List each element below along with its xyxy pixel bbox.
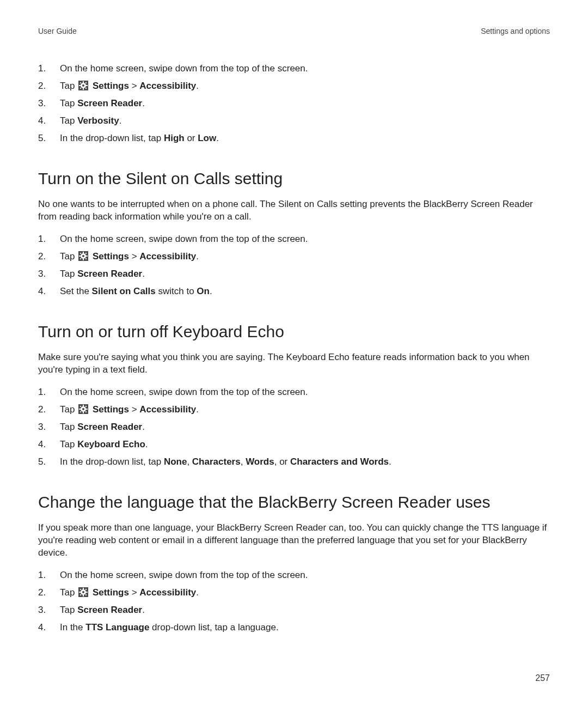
svg-rect-34: [86, 592, 88, 593]
step-text: On the home screen, swipe down from the …: [60, 63, 308, 74]
page-header: User Guide Settings and options: [38, 26, 550, 36]
svg-rect-7: [80, 87, 82, 89]
svg-rect-38: [85, 594, 87, 596]
gear-icon: [78, 404, 88, 414]
svg-rect-17: [80, 258, 82, 259]
step-text: On the home screen, swipe down from the …: [60, 570, 308, 580]
step-item: On the home screen, swipe down from the …: [38, 386, 550, 399]
step-item: Tap Settings > Accessibility.: [38, 404, 550, 416]
svg-point-9: [82, 84, 84, 87]
step-item: Tap Screen Reader.: [38, 604, 550, 617]
page: User Guide Settings and options On the h…: [0, 0, 588, 706]
step-item: Tap Screen Reader.: [38, 268, 550, 281]
step-text: Tap Screen Reader.: [60, 422, 145, 432]
svg-rect-24: [86, 409, 88, 410]
step-item: Tap Settings > Accessibility.: [38, 80, 550, 93]
step-item: Tap Verbosity.: [38, 115, 550, 127]
steps-keyboard-echo: On the home screen, swipe down from the …: [38, 386, 550, 468]
step-text: On the home screen, swipe down from the …: [60, 387, 308, 397]
step-text: Tap Screen Reader.: [60, 269, 145, 279]
step-item: In the drop-down list, tap None, Charact…: [38, 456, 550, 468]
svg-rect-32: [83, 595, 84, 597]
step-item: On the home screen, swipe down from the …: [38, 63, 550, 75]
svg-rect-8: [85, 87, 87, 89]
svg-rect-27: [80, 411, 82, 413]
svg-rect-15: [80, 252, 82, 254]
svg-rect-16: [85, 252, 87, 254]
svg-rect-36: [85, 589, 87, 591]
step-item: Tap Keyboard Echo.: [38, 439, 550, 451]
step-text: Tap Settings > Accessibility.: [60, 587, 199, 598]
step-item: Tap Screen Reader.: [38, 98, 550, 110]
svg-point-29: [82, 408, 84, 410]
heading-keyboard-echo: Turn on or turn off Keyboard Echo: [38, 321, 550, 343]
step-text: Tap Settings > Accessibility.: [60, 251, 199, 261]
step-text: In the drop-down list, tap High or Low.: [60, 133, 219, 143]
step-text: Tap Screen Reader.: [60, 605, 145, 615]
step-item: Tap Screen Reader.: [38, 421, 550, 434]
svg-rect-4: [86, 85, 88, 86]
step-item: Set the Silent on Calls switch to On.: [38, 285, 550, 298]
gear-icon: [78, 251, 88, 261]
svg-rect-26: [85, 406, 87, 407]
svg-rect-37: [80, 594, 82, 596]
steps-verbosity: On the home screen, swipe down from the …: [38, 63, 550, 145]
para-keyboard-echo: Make sure you're saying what you think y…: [38, 351, 550, 376]
page-number: 257: [535, 672, 550, 684]
svg-rect-25: [80, 406, 82, 407]
svg-point-19: [82, 255, 84, 257]
step-item: In the drop-down list, tap High or Low.: [38, 132, 550, 145]
svg-point-39: [82, 591, 84, 593]
svg-rect-6: [85, 82, 87, 83]
svg-rect-33: [79, 592, 81, 593]
gear-icon: [78, 81, 88, 90]
heading-tts-language: Change the language that the BlackBerry …: [38, 491, 550, 514]
gear-icon: [78, 587, 88, 597]
step-text: Tap Keyboard Echo.: [60, 439, 148, 449]
svg-rect-11: [83, 252, 84, 253]
step-text: In the drop-down list, tap None, Charact…: [60, 457, 391, 467]
svg-rect-22: [83, 412, 84, 413]
heading-silent-on-calls: Turn on the Silent on Calls setting: [38, 168, 550, 190]
svg-rect-21: [83, 405, 84, 406]
step-item: On the home screen, swipe down from the …: [38, 569, 550, 582]
step-item: On the home screen, swipe down from the …: [38, 233, 550, 246]
svg-rect-5: [80, 82, 82, 83]
step-item: Tap Settings > Accessibility.: [38, 587, 550, 599]
step-text: Tap Settings > Accessibility.: [60, 404, 199, 415]
svg-rect-28: [85, 411, 87, 413]
para-tts-language: If you speak more than one language, you…: [38, 522, 550, 559]
svg-rect-31: [83, 588, 84, 589]
steps-silent-on-calls: On the home screen, swipe down from the …: [38, 233, 550, 298]
svg-rect-13: [79, 255, 81, 257]
svg-rect-14: [86, 255, 88, 257]
svg-rect-18: [85, 258, 87, 259]
svg-rect-35: [80, 589, 82, 591]
svg-rect-2: [83, 88, 84, 90]
step-text: On the home screen, swipe down from the …: [60, 234, 308, 244]
step-text: Tap Verbosity.: [60, 115, 121, 126]
svg-rect-3: [79, 85, 81, 86]
step-item: In the TTS Language drop-down list, tap …: [38, 622, 550, 634]
step-text: Set the Silent on Calls switch to On.: [60, 286, 212, 296]
header-left: User Guide: [38, 26, 77, 36]
steps-tts-language: On the home screen, swipe down from the …: [38, 569, 550, 634]
svg-rect-1: [83, 81, 84, 83]
step-text: In the TTS Language drop-down list, tap …: [60, 622, 279, 632]
para-silent-on-calls: No one wants to be interrupted when on a…: [38, 198, 550, 223]
svg-rect-23: [79, 409, 81, 410]
step-text: Tap Settings > Accessibility.: [60, 81, 199, 91]
step-item: Tap Settings > Accessibility.: [38, 251, 550, 263]
svg-rect-12: [83, 259, 84, 260]
step-text: Tap Screen Reader.: [60, 98, 145, 108]
header-right: Settings and options: [481, 26, 550, 36]
